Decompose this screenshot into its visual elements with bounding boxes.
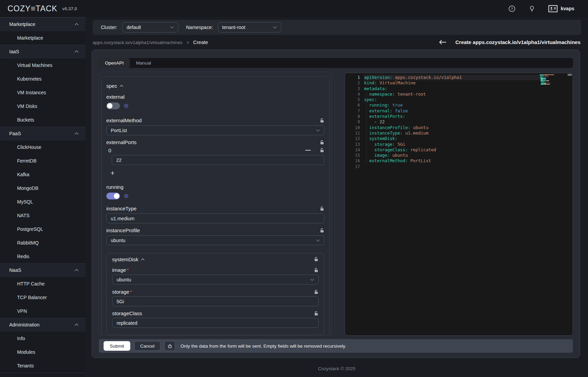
tab-openapi[interactable]: OpenAPI [99,58,130,68]
unlock-icon[interactable] [320,140,324,145]
field-label: external [106,94,124,100]
field-label: image* [112,267,129,273]
instanceProfile-label-row: instanceProfile [106,227,324,233]
breadcrumb-link[interactable]: apps.cozystack.io/v1alpha1/virtualmachin… [93,40,183,45]
sidebar-item-info[interactable]: Info [0,332,85,345]
lightbulb-icon[interactable] [529,5,535,12]
chevron-down-icon [316,129,320,132]
systemDisk-panel: systemDisk image* ubuntu [106,253,324,335]
unlock-icon[interactable] [320,206,324,211]
sidebar-item-tcp-balancer[interactable]: TCP Balancer [0,291,85,304]
namespace-value: tenant-root [222,25,245,30]
field-label: storageClass [112,310,142,316]
cluster-select[interactable]: default [122,22,178,32]
remove-item-button[interactable] [305,148,311,153]
editor-scrollbar[interactable] [567,74,572,76]
sidebar-item-rabbitmq[interactable]: RabbitMQ [0,236,85,250]
cluster-label: Cluster: [101,25,117,30]
chevron-down-icon [273,26,277,29]
page-title: Create apps.cozystack.io/v1alpha1/virtua… [455,39,580,45]
sidebar-item-vm-instances[interactable]: VM Instances [0,86,85,99]
sidebar-item-ferretdb[interactable]: FerretDB [0,154,85,168]
sidebar-item-vpn[interactable]: VPN [0,304,85,318]
sidebar-section-iaas[interactable]: IaaS [0,45,85,58]
chevron-up-icon [75,323,79,326]
field-label: instanceProfile [106,227,140,233]
field-label: running [106,184,123,190]
add-item-button[interactable]: + [110,169,119,177]
unlock-icon[interactable] [320,228,324,233]
field-label: storage* [112,289,132,295]
submit-button[interactable]: Submit [104,341,130,351]
sidebar-section-naas[interactable]: NaaS [0,263,85,277]
breadcrumb: apps.cozystack.io/v1alpha1/virtualmachin… [93,40,208,45]
sidebar-item-mongodb[interactable]: MongoDB [0,181,85,195]
unlock-icon[interactable] [314,311,319,316]
image-label-row: image* [112,267,319,273]
sidebar-item-marketplace[interactable]: Marketplace [0,31,85,45]
code-line-10: 10 instanceProfile: ubuntu [345,125,573,130]
required-mark: * [127,267,129,273]
reset-default-icon[interactable] [124,103,129,108]
tab-manual[interactable]: Manual [130,58,157,68]
instanceProfile-select[interactable]: ubuntu [106,235,324,245]
namespace-select[interactable]: tenant-root [218,22,281,32]
unlock-icon[interactable] [320,118,324,123]
field-label: externalMethod [106,117,142,123]
sidebar-item-kafka[interactable]: Kafka [0,168,85,181]
sidebar-section-administration[interactable]: Administration [0,318,85,332]
external-toggle[interactable] [106,102,120,109]
unlock-icon[interactable] [320,148,324,153]
app-version: v0.37.0 [62,6,77,11]
instanceType-input[interactable] [106,213,324,223]
editor-lines: 1apiVersion: apps.cozystack.io/v1alpha12… [345,73,573,169]
yaml-editor[interactable]: 1apiVersion: apps.cozystack.io/v1alpha12… [345,73,573,336]
sidebar-item-nats[interactable]: NATS [0,209,85,222]
submit-note: Only the data from the form will be sent… [181,344,346,349]
editor-minimap[interactable] [540,74,559,85]
sidebar-item-virtual-machines[interactable]: Virtual Machines [0,58,85,72]
unlock-icon[interactable] [314,290,319,294]
sidebar-item-clickhouse[interactable]: ClickHouse [0,140,85,154]
sidebar: MarketplaceMarketplaceIaaSVirtual Machin… [0,17,85,377]
sidebar-item-kubernetes[interactable]: Kubernetes [0,72,85,86]
sidebar-item-postgresql[interactable]: PostgreSQL [0,222,85,236]
sidebar-item-http-cache[interactable]: HTTP Cache [0,277,85,291]
sidebar-item-modules[interactable]: Modules [0,345,85,359]
submit-bar: Submit Cancel Only the data from the for… [99,339,573,353]
sidebar-section-paas[interactable]: PaaS [0,127,85,140]
storageClass-input[interactable] [112,318,319,328]
image-select[interactable]: ubuntu [112,275,319,284]
sidebar-section-marketplace[interactable]: Marketplace [0,17,85,31]
code-line-5: 5spec: [345,97,573,102]
help-icon[interactable]: ? [508,5,516,12]
unlock-icon[interactable] [314,257,319,262]
id-badge-icon [548,5,558,12]
sidebar-item-redis[interactable]: Redis [0,250,85,263]
back-arrow-icon[interactable] [439,40,446,45]
spec-section-toggle[interactable]: spec [106,82,324,89]
form-scroll-area[interactable]: spec external externalMethod [99,72,332,336]
user-menu[interactable]: kvaps [548,5,574,12]
storage-input[interactable] [112,296,319,306]
chevron-up-icon [75,132,79,135]
externalMethod-select[interactable]: PortList [106,125,324,135]
chevron-up-icon [75,23,79,26]
required-mark: * [130,289,132,295]
debug-button[interactable] [164,341,175,351]
sidebar-item-vm-disks[interactable]: VM Disks [0,99,85,113]
cancel-button[interactable]: Cancel [134,341,160,351]
unlock-icon[interactable] [314,268,319,273]
field-label: externalPorts [106,139,136,145]
running-toggle[interactable] [106,193,120,199]
sidebar-item-buckets[interactable]: Buckets [0,113,85,127]
chevron-up-icon [120,85,123,87]
externalPorts-item-input[interactable] [112,155,324,165]
sidebar-item-tenants[interactable]: Tenants [0,359,85,373]
reset-default-icon[interactable] [124,194,129,198]
systemDisk-section-toggle[interactable]: systemDisk [112,256,145,262]
code-line-7: 7 external: false [345,108,573,114]
chevron-down-icon [310,278,314,281]
chevron-down-icon [316,239,320,242]
sidebar-item-mysql[interactable]: MySQL [0,195,85,209]
